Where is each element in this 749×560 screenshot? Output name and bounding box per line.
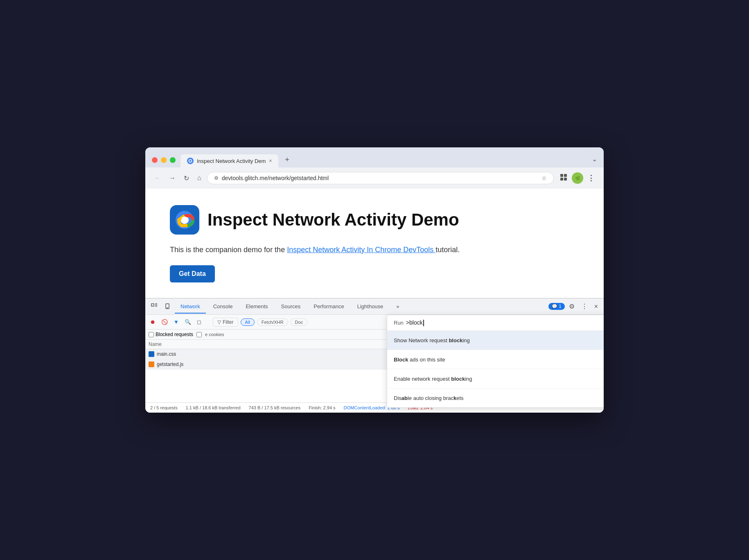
extensions-button[interactable]	[557, 171, 570, 185]
file-name-js: getstarted.js	[157, 361, 323, 367]
svg-rect-2	[560, 174, 563, 177]
url-display: devtools.glitch.me/network/getstarted.ht…	[222, 175, 538, 181]
tab-console[interactable]: Console	[208, 300, 239, 314]
devtools-tabs-toolbar: Network Console Elements Sources Perform…	[145, 298, 604, 315]
reload-button[interactable]: ↻	[181, 173, 192, 184]
third-party-checkbox[interactable]	[196, 332, 202, 337]
browser-window: Inspect Network Activity Dem × + ⌄ ← → ↻…	[145, 147, 604, 413]
command-item-1[interactable]: Show Network request blocking Drawer	[387, 331, 604, 350]
filter-chip-xhr[interactable]: Fetch/XHR	[257, 318, 288, 326]
record-button[interactable]: ⏺	[149, 317, 157, 327]
active-tab[interactable]: Inspect Network Activity Dem ×	[180, 154, 278, 167]
filter-funnel-icon: ▽	[217, 319, 221, 325]
filter-chip-doc[interactable]: Doc	[291, 318, 308, 326]
svg-rect-9	[151, 304, 154, 306]
tab-favicon	[187, 158, 194, 164]
command-item-2[interactable]: Block ads on this site Network	[387, 350, 604, 369]
css-file-icon	[149, 351, 154, 357]
svg-rect-5	[564, 178, 567, 181]
tab-close-btn[interactable]: ×	[269, 158, 272, 164]
status-requests: 2 / 5 requests	[150, 405, 178, 410]
svg-rect-3	[564, 174, 567, 177]
command-item-text-3: Enable network request blocking	[394, 376, 604, 382]
page-title: Inspect Network Activity Demo	[208, 210, 459, 230]
clear-button[interactable]: 🚫	[160, 317, 169, 327]
title-bar: Inspect Network Activity Dem × + ⌄	[145, 147, 604, 167]
chrome-logo	[170, 205, 199, 235]
command-palette: Run >block Show Network request blocking…	[387, 315, 604, 408]
filter-button[interactable]: ▼	[172, 317, 180, 327]
col-header-name: Name	[149, 341, 318, 347]
tutorial-link[interactable]: Inspect Network Activity In Chrome DevTo…	[287, 246, 435, 254]
js-file-icon	[149, 361, 154, 367]
tab-lighthouse[interactable]: Lighthouse	[352, 300, 389, 314]
network-content-wrapper: ⏺ 🚫 ▼ 🔍 ◻ ▽ Filter All Fetch/XHR Doc ⚙	[145, 315, 604, 402]
home-button[interactable]: ⌂	[195, 173, 204, 183]
maximize-traffic-light[interactable]	[170, 157, 176, 163]
svg-rect-4	[560, 178, 563, 181]
filter-label[interactable]: ▽ Filter	[213, 318, 238, 327]
tab-more[interactable]: »	[390, 300, 405, 314]
traffic-lights	[152, 157, 176, 163]
file-name-css: main.css	[157, 351, 323, 357]
page-header: Inspect Network Activity Demo	[170, 205, 579, 235]
minimize-traffic-light[interactable]	[161, 157, 167, 163]
cookies-label: e cookies	[205, 332, 224, 337]
devtools-panel: Network Console Elements Sources Perform…	[145, 298, 604, 413]
devtools-more-btn[interactable]: ⋮	[579, 301, 590, 312]
status-finish: Finish: 2.94 s	[309, 405, 335, 410]
svg-point-1	[190, 160, 192, 162]
tab-network[interactable]: Network	[175, 300, 206, 314]
devtools-settings-btn[interactable]: ⚙	[566, 301, 577, 312]
bookmark-icon[interactable]: ☆	[541, 175, 547, 181]
svg-point-8	[181, 217, 188, 223]
command-run-label: Run	[394, 320, 404, 326]
tab-expand-btn[interactable]: ⌄	[592, 155, 597, 165]
tab-title: Inspect Network Activity Dem	[197, 158, 266, 164]
nav-actions: 🌿 ⋮	[557, 171, 597, 185]
screenshot-button[interactable]: ◻	[195, 317, 203, 327]
tab-elements[interactable]: Elements	[240, 300, 273, 314]
devtools-inspect-icon[interactable]	[149, 302, 160, 312]
blocked-checkbox[interactable]	[149, 332, 154, 337]
command-item-4[interactable]: Disable auto closing brackets Sources	[387, 388, 604, 407]
tabs-bar: Inspect Network Activity Dem × +	[180, 152, 587, 167]
tab-sources[interactable]: Sources	[275, 300, 307, 314]
site-icon: ⚙	[214, 175, 219, 181]
profile-avatar[interactable]: 🌿	[572, 172, 583, 184]
command-input-row: Run >block	[387, 315, 604, 331]
get-data-button[interactable]: Get Data	[170, 265, 215, 282]
filter-chip-all[interactable]: All	[241, 318, 255, 326]
back-button[interactable]: ←	[152, 173, 163, 183]
command-item-text-1: Show Network request blocking	[394, 337, 604, 343]
page-description: This is the companion demo for the Inspe…	[170, 244, 579, 255]
new-tab-button[interactable]: +	[280, 152, 294, 167]
nav-bar: ← → ↻ ⌂ ⚙ devtools.glitch.me/network/get…	[145, 167, 604, 189]
chrome-menu-button[interactable]: ⋮	[585, 171, 597, 185]
devtools-device-icon[interactable]	[162, 302, 173, 312]
blocked-checkbox-label[interactable]: Blocked requests	[149, 332, 193, 337]
close-traffic-light[interactable]	[152, 157, 158, 163]
devtools-close-btn[interactable]: ×	[592, 301, 600, 312]
tab-performance[interactable]: Performance	[308, 300, 350, 314]
status-transferred: 1.1 kB / 18.6 kB transferred	[186, 405, 241, 410]
address-bar[interactable]: ⚙ devtools.glitch.me/network/getstarted.…	[207, 172, 554, 184]
command-input-display: >block	[406, 319, 604, 326]
command-item-text-2: Block ads on this site	[394, 357, 604, 363]
search-button[interactable]: 🔍	[183, 317, 193, 327]
command-item-text-4: Disable auto closing brackets	[394, 395, 604, 401]
forward-button[interactable]: →	[167, 173, 178, 183]
status-resources: 743 B / 17.5 kB resources	[249, 405, 301, 410]
cursor	[423, 320, 424, 326]
console-badge: 💬 1	[548, 303, 564, 310]
page-content: Inspect Network Activity Demo This is th…	[145, 189, 604, 298]
command-item-3[interactable]: Enable network request blocking Network	[387, 369, 604, 388]
